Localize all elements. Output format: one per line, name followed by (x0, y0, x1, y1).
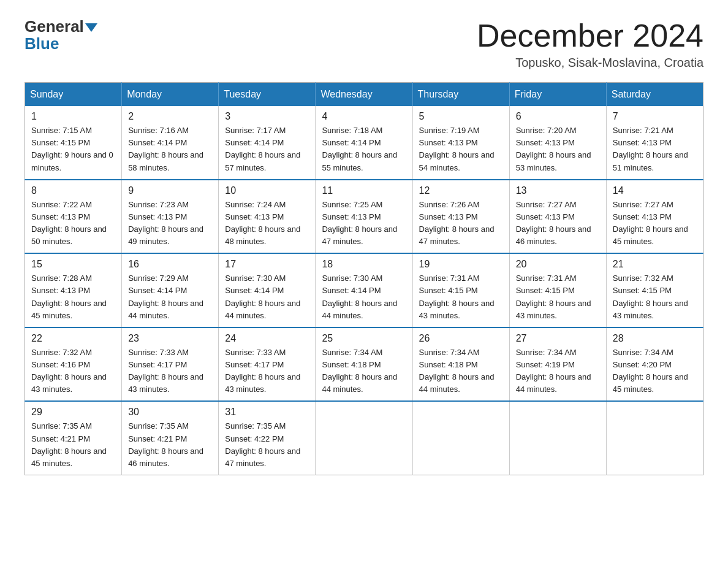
day-info: Sunrise: 7:18 AMSunset: 4:14 PMDaylight:… (322, 124, 406, 174)
day-info: Sunrise: 7:25 AMSunset: 4:13 PMDaylight:… (322, 199, 406, 248)
col-tuesday: Tuesday (219, 83, 316, 107)
day-info: Sunrise: 7:23 AMSunset: 4:13 PMDaylight:… (128, 199, 212, 248)
table-row: 23Sunrise: 7:33 AMSunset: 4:17 PMDayligh… (122, 327, 219, 402)
day-info: Sunrise: 7:24 AMSunset: 4:13 PMDaylight:… (225, 199, 309, 248)
table-row: 13Sunrise: 7:27 AMSunset: 4:13 PMDayligh… (509, 180, 606, 254)
day-number: 7 (613, 111, 697, 122)
day-info: Sunrise: 7:19 AMSunset: 4:13 PMDaylight:… (419, 124, 503, 174)
day-info: Sunrise: 7:32 AMSunset: 4:15 PMDaylight:… (613, 272, 697, 322)
calendar-header-row: Sunday Monday Tuesday Wednesday Thursday… (25, 83, 703, 107)
day-number: 16 (128, 259, 212, 270)
day-info: Sunrise: 7:17 AMSunset: 4:14 PMDaylight:… (225, 124, 309, 174)
day-info: Sunrise: 7:16 AMSunset: 4:14 PMDaylight:… (128, 124, 212, 174)
table-row: 22Sunrise: 7:32 AMSunset: 4:16 PMDayligh… (25, 327, 122, 402)
table-row: 10Sunrise: 7:24 AMSunset: 4:13 PMDayligh… (219, 180, 316, 254)
table-row: 24Sunrise: 7:33 AMSunset: 4:17 PMDayligh… (219, 327, 316, 402)
day-info: Sunrise: 7:21 AMSunset: 4:13 PMDaylight:… (613, 124, 697, 174)
day-number: 21 (613, 259, 697, 270)
col-sunday: Sunday (25, 83, 122, 107)
day-info: Sunrise: 7:30 AMSunset: 4:14 PMDaylight:… (322, 272, 406, 322)
title-section: December 2024 Topusko, Sisak-Moslavina, … (477, 18, 703, 70)
table-row: 9Sunrise: 7:23 AMSunset: 4:13 PMDaylight… (122, 180, 219, 254)
table-row: 7Sunrise: 7:21 AMSunset: 4:13 PMDaylight… (606, 106, 703, 180)
table-row: 6Sunrise: 7:20 AMSunset: 4:13 PMDaylight… (509, 106, 606, 180)
day-number: 5 (419, 111, 503, 122)
calendar-week-2: 8Sunrise: 7:22 AMSunset: 4:13 PMDaylight… (25, 180, 703, 254)
location-text: Topusko, Sisak-Moslavina, Croatia (477, 56, 703, 70)
table-row: 15Sunrise: 7:28 AMSunset: 4:13 PMDayligh… (25, 253, 122, 327)
table-row: 19Sunrise: 7:31 AMSunset: 4:15 PMDayligh… (412, 253, 509, 327)
day-number: 30 (128, 407, 212, 418)
day-info: Sunrise: 7:35 AMSunset: 4:21 PMDaylight:… (128, 420, 212, 470)
day-number: 19 (419, 259, 503, 270)
table-row: 21Sunrise: 7:32 AMSunset: 4:15 PMDayligh… (606, 253, 703, 327)
table-row: 30Sunrise: 7:35 AMSunset: 4:21 PMDayligh… (122, 401, 219, 475)
table-row: 8Sunrise: 7:22 AMSunset: 4:13 PMDaylight… (25, 180, 122, 254)
day-info: Sunrise: 7:29 AMSunset: 4:14 PMDaylight:… (128, 272, 212, 322)
day-number: 22 (31, 333, 115, 344)
day-number: 2 (128, 111, 212, 122)
day-number: 8 (31, 185, 115, 196)
day-info: Sunrise: 7:35 AMSunset: 4:21 PMDaylight:… (31, 420, 115, 470)
day-number: 31 (225, 407, 309, 418)
table-row (606, 401, 703, 475)
day-number: 28 (613, 333, 697, 344)
logo-general-text: General (25, 18, 97, 34)
table-row: 20Sunrise: 7:31 AMSunset: 4:15 PMDayligh… (509, 253, 606, 327)
day-info: Sunrise: 7:30 AMSunset: 4:14 PMDaylight:… (225, 272, 309, 322)
logo: General Blue (25, 18, 97, 52)
col-thursday: Thursday (412, 83, 509, 107)
day-info: Sunrise: 7:26 AMSunset: 4:13 PMDaylight:… (419, 199, 503, 248)
day-number: 4 (322, 111, 406, 122)
table-row: 1Sunrise: 7:15 AMSunset: 4:15 PMDaylight… (25, 106, 122, 180)
day-number: 26 (419, 333, 503, 344)
day-info: Sunrise: 7:33 AMSunset: 4:17 PMDaylight:… (128, 347, 212, 396)
day-number: 11 (322, 185, 406, 196)
table-row (509, 401, 606, 475)
table-row: 16Sunrise: 7:29 AMSunset: 4:14 PMDayligh… (122, 253, 219, 327)
day-info: Sunrise: 7:34 AMSunset: 4:18 PMDaylight:… (419, 347, 503, 396)
table-row: 25Sunrise: 7:34 AMSunset: 4:18 PMDayligh… (316, 327, 412, 402)
table-row (412, 401, 509, 475)
day-info: Sunrise: 7:15 AMSunset: 4:15 PMDaylight:… (31, 124, 115, 174)
day-info: Sunrise: 7:28 AMSunset: 4:13 PMDaylight:… (31, 272, 115, 322)
day-number: 13 (516, 185, 600, 196)
col-saturday: Saturday (606, 83, 703, 107)
calendar-table: Sunday Monday Tuesday Wednesday Thursday… (25, 82, 703, 475)
day-number: 23 (128, 333, 212, 344)
calendar-week-5: 29Sunrise: 7:35 AMSunset: 4:21 PMDayligh… (25, 401, 703, 475)
day-number: 20 (516, 259, 600, 270)
table-row: 4Sunrise: 7:18 AMSunset: 4:14 PMDaylight… (316, 106, 412, 180)
day-info: Sunrise: 7:27 AMSunset: 4:13 PMDaylight:… (613, 199, 697, 248)
logo-arrow-icon (85, 23, 97, 32)
day-number: 9 (128, 185, 212, 196)
table-row: 2Sunrise: 7:16 AMSunset: 4:14 PMDaylight… (122, 106, 219, 180)
logo-blue-label: Blue (25, 36, 59, 52)
table-row: 5Sunrise: 7:19 AMSunset: 4:13 PMDaylight… (412, 106, 509, 180)
table-row: 3Sunrise: 7:17 AMSunset: 4:14 PMDaylight… (219, 106, 316, 180)
day-info: Sunrise: 7:20 AMSunset: 4:13 PMDaylight:… (516, 124, 600, 174)
day-info: Sunrise: 7:35 AMSunset: 4:22 PMDaylight:… (225, 420, 309, 470)
day-number: 10 (225, 185, 309, 196)
day-number: 1 (31, 111, 115, 122)
day-number: 24 (225, 333, 309, 344)
day-number: 14 (613, 185, 697, 196)
day-number: 15 (31, 259, 115, 270)
day-number: 6 (516, 111, 600, 122)
table-row: 11Sunrise: 7:25 AMSunset: 4:13 PMDayligh… (316, 180, 412, 254)
day-number: 17 (225, 259, 309, 270)
day-number: 29 (31, 407, 115, 418)
table-row: 14Sunrise: 7:27 AMSunset: 4:13 PMDayligh… (606, 180, 703, 254)
table-row: 26Sunrise: 7:34 AMSunset: 4:18 PMDayligh… (412, 327, 509, 402)
table-row: 29Sunrise: 7:35 AMSunset: 4:21 PMDayligh… (25, 401, 122, 475)
table-row: 31Sunrise: 7:35 AMSunset: 4:22 PMDayligh… (219, 401, 316, 475)
page-header: General Blue December 2024 Topusko, Sisa… (25, 18, 703, 70)
day-info: Sunrise: 7:27 AMSunset: 4:13 PMDaylight:… (516, 199, 600, 248)
col-friday: Friday (509, 83, 606, 107)
col-monday: Monday (122, 83, 219, 107)
day-number: 27 (516, 333, 600, 344)
day-info: Sunrise: 7:32 AMSunset: 4:16 PMDaylight:… (31, 347, 115, 396)
calendar-week-3: 15Sunrise: 7:28 AMSunset: 4:13 PMDayligh… (25, 253, 703, 327)
day-info: Sunrise: 7:31 AMSunset: 4:15 PMDaylight:… (516, 272, 600, 322)
table-row: 27Sunrise: 7:34 AMSunset: 4:19 PMDayligh… (509, 327, 606, 402)
